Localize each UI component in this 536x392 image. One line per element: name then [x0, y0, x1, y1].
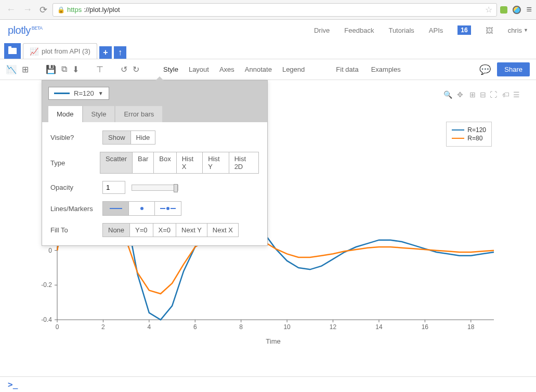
x-axis-label[interactable]: Time: [26, 337, 520, 345]
file-tab-label: plot from API (3): [42, 47, 90, 55]
opt-bar[interactable]: Bar: [132, 152, 154, 174]
label-type: Type: [50, 159, 100, 167]
nav-feedback[interactable]: Feedback: [344, 27, 374, 34]
opacity-slider[interactable]: [132, 185, 178, 191]
row-visible: Visible? Show Hide: [50, 130, 259, 145]
label-visible: Visible?: [50, 134, 102, 141]
legend-item[interactable]: R=80: [452, 135, 486, 142]
svg-text:4: 4: [147, 323, 151, 331]
forward-button[interactable]: →: [21, 3, 34, 16]
browser-menu-icon[interactable]: ≡: [526, 4, 532, 15]
zoom-out-icon[interactable]: ⊟: [479, 90, 487, 99]
svg-text:0: 0: [56, 323, 59, 331]
mode-markers[interactable]: [129, 202, 155, 215]
popup-tab-style[interactable]: Style: [83, 106, 115, 122]
notification-badge[interactable]: 16: [457, 25, 470, 35]
menu-fit-data[interactable]: Fit data: [336, 66, 358, 73]
opt-box[interactable]: Box: [153, 152, 176, 174]
opt-hist2d[interactable]: Hist 2D: [229, 152, 259, 174]
menu-items: Style Layout Axes Annotate Legend: [163, 66, 305, 73]
undo-icon[interactable]: ↺: [121, 64, 127, 74]
zoom-icon[interactable]: 🔍: [443, 90, 452, 99]
format-icon[interactable]: ⊤: [96, 64, 103, 74]
extension-icon[interactable]: [500, 6, 507, 14]
main-area: R=120 ▼ Mode Style Error bars Visible? S…: [0, 80, 536, 376]
opt-show[interactable]: Show: [102, 130, 131, 145]
lines-icon[interactable]: ☰: [512, 90, 520, 99]
bookmark-icon[interactable]: ☆: [485, 5, 492, 15]
legend-swatch: [452, 138, 464, 139]
row-lines-markers: Lines/Markers: [50, 201, 259, 216]
footer: >_: [0, 376, 536, 392]
svg-text:14: 14: [375, 323, 383, 331]
opt-nexty[interactable]: Next Y: [176, 223, 207, 237]
trace-name: R=120: [74, 89, 94, 97]
url-bar[interactable]: 🔒 https://plot.ly/plot ☆: [53, 3, 497, 17]
share-button[interactable]: Share: [497, 62, 530, 76]
add-tab-button[interactable]: +: [99, 46, 112, 59]
svg-text:8: 8: [239, 323, 243, 331]
opt-histx[interactable]: Hist X: [176, 152, 203, 174]
user-menu[interactable]: chris▼: [508, 27, 528, 34]
menu-layout[interactable]: Layout: [189, 66, 209, 73]
popup-tab-mode[interactable]: Mode: [48, 106, 82, 122]
file-tab[interactable]: 📈 plot from API (3): [23, 43, 97, 59]
opt-scatter[interactable]: Scatter: [100, 152, 133, 174]
grid-icon[interactable]: ⊞: [22, 64, 29, 74]
globe-icon[interactable]: [513, 6, 521, 14]
slider-handle[interactable]: [174, 184, 178, 192]
svg-text:12: 12: [330, 323, 337, 331]
nav-drive[interactable]: Drive: [314, 27, 330, 34]
opt-none[interactable]: None: [102, 223, 130, 237]
download-icon[interactable]: ⬇: [72, 64, 79, 74]
back-button[interactable]: ←: [4, 3, 18, 16]
tag-icon[interactable]: 🏷: [502, 90, 510, 99]
logo[interactable]: plotlyBETA: [8, 24, 43, 36]
nav-apis[interactable]: APIs: [429, 27, 443, 34]
opt-hide[interactable]: Hide: [130, 130, 156, 145]
svg-text:0: 0: [48, 247, 52, 254]
folder-tab[interactable]: [4, 43, 21, 59]
copy-icon[interactable]: ⧉: [61, 64, 67, 74]
line-chart-icon[interactable]: 📉: [6, 64, 17, 74]
zoom-in-icon[interactable]: ⊞: [468, 90, 477, 99]
legend[interactable]: R=120 R=80: [446, 122, 492, 147]
popup-header: R=120 ▼ Mode Style Error bars: [42, 81, 267, 122]
pan-icon[interactable]: ✥: [456, 90, 464, 99]
mode-lines[interactable]: [103, 202, 129, 215]
menu-examples[interactable]: Examples: [371, 66, 401, 73]
legend-label: R=80: [467, 135, 482, 142]
nav-tutorials[interactable]: Tutorials: [388, 27, 414, 34]
chart-icon: 📈: [30, 47, 38, 56]
upload-button[interactable]: ↑: [114, 46, 126, 59]
opt-nextx[interactable]: Next X: [207, 223, 239, 237]
popup-tab-errorbars[interactable]: Error bars: [115, 106, 162, 122]
mode-lines-markers[interactable]: [155, 202, 181, 215]
trace-select[interactable]: R=120 ▼: [48, 87, 109, 100]
popup-body: Visible? Show Hide Type Scatter Bar Box …: [42, 122, 267, 245]
console-icon[interactable]: >_: [8, 380, 18, 389]
reload-button[interactable]: ⟳: [37, 3, 49, 17]
menu-legend[interactable]: Legend: [282, 66, 305, 73]
url-protocol: https: [67, 6, 82, 14]
chat-icon[interactable]: 💬: [479, 64, 491, 75]
opt-y0[interactable]: Y=0: [129, 223, 153, 237]
style-popup: R=120 ▼ Mode Style Error bars Visible? S…: [42, 80, 268, 246]
app-header: plotlyBETA Drive Feedback Tutorials APIs…: [0, 20, 536, 41]
menu-style[interactable]: Style: [163, 66, 178, 73]
legend-item[interactable]: R=120: [452, 126, 486, 134]
opt-x0[interactable]: X=0: [153, 223, 177, 237]
lock-icon: 🔒: [57, 6, 65, 14]
image-icon[interactable]: 🖼: [486, 26, 493, 35]
url-rest: ://plot.ly/plot: [84, 6, 120, 14]
redo-icon[interactable]: ↻: [133, 64, 139, 74]
legend-label: R=120: [467, 126, 486, 134]
menu-annotate[interactable]: Annotate: [245, 66, 272, 73]
plot-tools: 🔍 ✥ ⊞ ⊟ ⛶ 🏷 ☰: [443, 90, 520, 99]
menu-axes[interactable]: Axes: [219, 66, 234, 73]
opt-histy[interactable]: Hist Y: [202, 152, 229, 174]
opacity-input[interactable]: [102, 181, 125, 194]
autoscale-icon[interactable]: ⛶: [489, 90, 498, 99]
save-icon[interactable]: 💾: [46, 64, 56, 74]
trace-color-swatch: [54, 93, 70, 94]
